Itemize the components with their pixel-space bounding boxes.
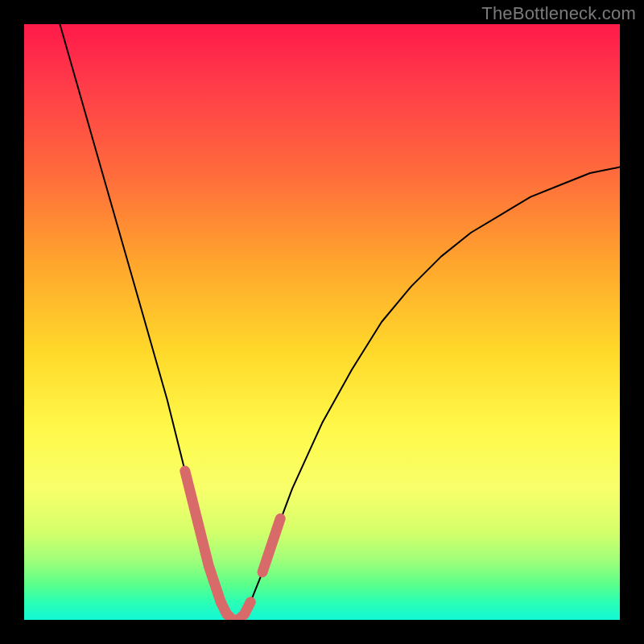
chart-stage: TheBottleneck.com bbox=[0, 0, 644, 644]
highlight-bottom bbox=[221, 602, 250, 620]
bottleneck-curve bbox=[60, 24, 620, 620]
curve-svg bbox=[24, 24, 620, 620]
watermark-text: TheBottleneck.com bbox=[481, 3, 636, 24]
highlight-left bbox=[185, 471, 221, 602]
highlight-right bbox=[262, 518, 280, 572]
plot-area bbox=[24, 24, 620, 620]
